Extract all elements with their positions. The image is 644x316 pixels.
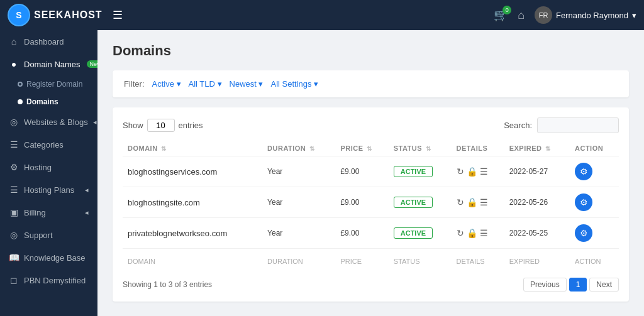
show-entries-input[interactable] bbox=[147, 119, 175, 132]
search-box: Search: bbox=[504, 117, 619, 133]
cell-duration: Year bbox=[262, 187, 335, 218]
pagination: Previous 1 Next bbox=[523, 278, 619, 291]
lock-icon[interactable]: 🔒 bbox=[467, 197, 477, 207]
chevron-left-icon: ◂ bbox=[93, 118, 97, 126]
list-icon[interactable]: ☰ bbox=[480, 228, 488, 238]
sidebar-item-label: Dashboard bbox=[24, 37, 64, 46]
refresh-icon[interactable]: ↻ bbox=[457, 228, 464, 238]
home-icon[interactable]: ⌂ bbox=[518, 9, 525, 22]
action-gear-button[interactable]: ⚙ bbox=[575, 193, 592, 211]
websites-icon: ◎ bbox=[9, 117, 19, 127]
action-gear-button[interactable]: ⚙ bbox=[575, 163, 592, 180]
sidebar-item-label: Hosting bbox=[24, 163, 52, 172]
table-footer: Showing 1 to 3 of 3 entries Previous 1 N… bbox=[123, 278, 619, 291]
footer-duration-label: DURATION bbox=[262, 249, 335, 272]
cell-details: ↻ 🔒 ☰ bbox=[452, 218, 504, 249]
cell-duration: Year bbox=[262, 156, 335, 187]
dashboard-icon: ⌂ bbox=[9, 36, 19, 46]
list-icon[interactable]: ☰ bbox=[480, 197, 488, 207]
sidebar-item-dashboard[interactable]: ⌂ Dashboard bbox=[0, 30, 97, 53]
cell-details: ↻ 🔒 ☰ bbox=[452, 187, 504, 218]
sub-dot-active-icon bbox=[18, 99, 23, 104]
sort-icon: ⇅ bbox=[426, 145, 431, 152]
logo[interactable]: S SEEKAHOST bbox=[8, 4, 103, 26]
chevron-left-icon: ◂ bbox=[85, 209, 89, 217]
logo-icon: S bbox=[8, 4, 30, 26]
hosting-icon: ⚙ bbox=[9, 162, 19, 172]
sub-dot-icon bbox=[18, 82, 23, 87]
search-input[interactable] bbox=[537, 117, 619, 133]
sidebar-item-categories[interactable]: ☰ Categories bbox=[0, 133, 97, 156]
top-nav: S SEEKAHOST ☰ 🛒 0 ⌂ FR Fernando Raymond … bbox=[0, 0, 644, 30]
hamburger-icon[interactable]: ☰ bbox=[113, 8, 123, 22]
footer-details-label: DETAILS bbox=[452, 249, 504, 272]
cell-status: ACTIVE bbox=[389, 187, 452, 218]
footer-expired-label: EXPIRED bbox=[504, 249, 570, 272]
sidebar-item-support[interactable]: ◎ Support bbox=[0, 224, 97, 246]
sidebar-item-label: Billing bbox=[24, 208, 46, 217]
col-duration: DURATION ⇅ bbox=[262, 141, 335, 156]
table-row: bloghostingservices.com Year £9.00 ACTIV… bbox=[123, 156, 619, 187]
footer-action-label: ACTION bbox=[570, 249, 619, 272]
new-badge: New bbox=[87, 60, 97, 68]
chevron-left-icon: ◂ bbox=[85, 186, 89, 194]
sidebar-item-domains[interactable]: Domains bbox=[0, 93, 97, 111]
sort-icon: ⇅ bbox=[367, 145, 372, 152]
user-menu[interactable]: FR Fernando Raymond ▾ bbox=[535, 6, 636, 24]
sidebar-item-hosting[interactable]: ⚙ Hosting bbox=[0, 156, 97, 178]
table-controls: Show entries Search: bbox=[123, 117, 619, 133]
filter-sort[interactable]: Newest ▾ bbox=[230, 79, 264, 89]
cell-status: ACTIVE bbox=[389, 218, 452, 249]
sidebar-sub-label: Domains bbox=[26, 97, 58, 106]
col-price: PRICE ⇅ bbox=[335, 141, 388, 156]
cell-price: £9.00 bbox=[335, 156, 388, 187]
filter-label: Filter: bbox=[124, 79, 145, 89]
table-row: bloghostingsite.com Year £9.00 ACTIVE ↻ … bbox=[123, 187, 619, 218]
sort-icon: ⇅ bbox=[545, 145, 551, 152]
filter-status[interactable]: Active ▾ bbox=[152, 79, 181, 89]
sidebar-item-hosting-plans[interactable]: ☰ Hosting Plans ◂ bbox=[0, 178, 97, 201]
filter-tld[interactable]: All TLD ▾ bbox=[189, 79, 222, 89]
sort-icon: ⇅ bbox=[309, 145, 315, 152]
sidebar-item-websites-blogs[interactable]: ◎ Websites & Blogs ◂ bbox=[0, 111, 97, 133]
knowledge-icon: 📖 bbox=[9, 253, 19, 263]
cart-badge: 0 bbox=[502, 6, 511, 14]
cell-domain: bloghostingsite.com bbox=[123, 187, 262, 218]
hosting-plans-icon: ☰ bbox=[9, 185, 19, 195]
sidebar-item-domain-names[interactable]: ● Domain Names New ▾ bbox=[0, 53, 97, 75]
next-page-button[interactable]: Next bbox=[589, 278, 619, 291]
page-1-button[interactable]: 1 bbox=[569, 278, 587, 291]
categories-icon: ☰ bbox=[9, 139, 19, 150]
main-content: Domains Filter: Active ▾ All TLD ▾ Newes… bbox=[97, 30, 644, 316]
sidebar-item-label: Knowledge Base bbox=[24, 253, 86, 263]
avatar: FR bbox=[535, 6, 552, 24]
lock-icon[interactable]: 🔒 bbox=[467, 228, 477, 238]
entries-label: entries bbox=[179, 121, 203, 130]
refresh-icon[interactable]: ↻ bbox=[457, 166, 464, 177]
filter-settings[interactable]: All Settings ▾ bbox=[270, 79, 318, 89]
action-gear-button[interactable]: ⚙ bbox=[575, 224, 592, 242]
domain-names-icon: ● bbox=[9, 59, 19, 69]
pbn-icon: ◻ bbox=[9, 275, 19, 285]
col-details: DETAILS bbox=[452, 141, 504, 156]
sidebar-item-billing[interactable]: ▣ Billing ◂ bbox=[0, 201, 97, 224]
cell-status: ACTIVE bbox=[389, 156, 452, 187]
lock-icon[interactable]: 🔒 bbox=[467, 166, 477, 177]
sidebar-item-knowledge-base[interactable]: 📖 Knowledge Base bbox=[0, 246, 97, 269]
page-title: Domains bbox=[113, 43, 629, 59]
cell-expired: 2022-05-26 bbox=[504, 187, 570, 218]
cell-domain: bloghostingservices.com bbox=[123, 156, 262, 187]
cell-expired: 2022-05-25 bbox=[504, 218, 570, 249]
prev-page-button[interactable]: Previous bbox=[523, 278, 567, 291]
cart-icon[interactable]: 🛒 0 bbox=[494, 8, 508, 22]
logo-text: SEEKAHOST bbox=[34, 9, 103, 21]
sidebar-item-label: Hosting Plans bbox=[24, 185, 74, 195]
sidebar-item-register-domain[interactable]: Register Domain bbox=[0, 75, 97, 93]
col-action: ACTION bbox=[570, 141, 619, 156]
sidebar-sub-label: Register Domain bbox=[26, 80, 82, 89]
sidebar-item-label: Domain Names bbox=[24, 60, 80, 69]
sidebar-item-label: Websites & Blogs bbox=[24, 117, 88, 127]
list-icon[interactable]: ☰ bbox=[480, 166, 488, 177]
sidebar-item-pbn-demystified[interactable]: ◻ PBN Demystified bbox=[0, 269, 97, 291]
refresh-icon[interactable]: ↻ bbox=[457, 197, 464, 207]
